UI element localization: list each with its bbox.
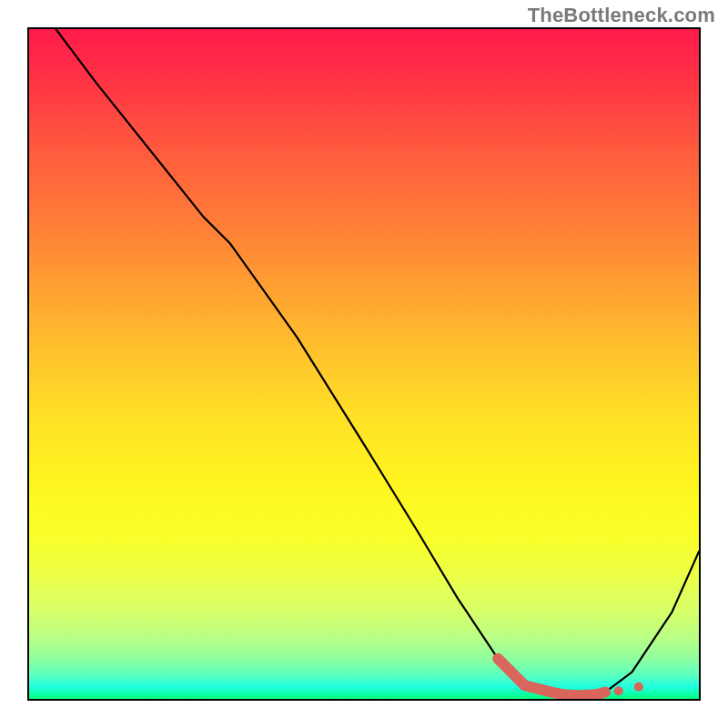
chart-stage: TheBottleneck.com: [0, 0, 728, 728]
plot-area: [27, 27, 701, 701]
main-curve: [56, 29, 699, 695]
curve-layer: [29, 29, 699, 699]
highlight-dot: [614, 686, 623, 695]
highlight-dot: [634, 682, 643, 692]
watermark-text: TheBottleneck.com: [528, 4, 715, 27]
highlight-curve: [498, 659, 605, 696]
